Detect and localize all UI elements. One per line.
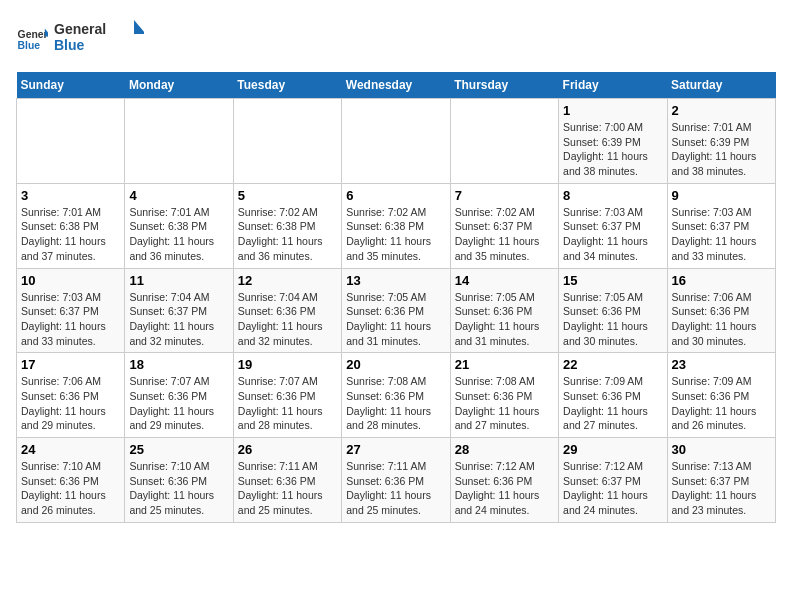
- day-cell: 8Sunrise: 7:03 AM Sunset: 6:37 PM Daylig…: [559, 183, 667, 268]
- day-number: 15: [563, 273, 662, 288]
- day-cell: 30Sunrise: 7:13 AM Sunset: 6:37 PM Dayli…: [667, 438, 775, 523]
- day-cell: 25Sunrise: 7:10 AM Sunset: 6:36 PM Dayli…: [125, 438, 233, 523]
- day-number: 11: [129, 273, 228, 288]
- day-info: Sunrise: 7:11 AM Sunset: 6:36 PM Dayligh…: [346, 459, 445, 518]
- day-cell: 9Sunrise: 7:03 AM Sunset: 6:37 PM Daylig…: [667, 183, 775, 268]
- day-cell: 22Sunrise: 7:09 AM Sunset: 6:36 PM Dayli…: [559, 353, 667, 438]
- day-info: Sunrise: 7:02 AM Sunset: 6:38 PM Dayligh…: [346, 205, 445, 264]
- day-cell: 20Sunrise: 7:08 AM Sunset: 6:36 PM Dayli…: [342, 353, 450, 438]
- day-info: Sunrise: 7:12 AM Sunset: 6:37 PM Dayligh…: [563, 459, 662, 518]
- day-info: Sunrise: 7:01 AM Sunset: 6:39 PM Dayligh…: [672, 120, 771, 179]
- day-cell: 17Sunrise: 7:06 AM Sunset: 6:36 PM Dayli…: [17, 353, 125, 438]
- svg-text:General: General: [18, 29, 48, 40]
- day-cell: 6Sunrise: 7:02 AM Sunset: 6:38 PM Daylig…: [342, 183, 450, 268]
- week-row-2: 3Sunrise: 7:01 AM Sunset: 6:38 PM Daylig…: [17, 183, 776, 268]
- day-cell: 15Sunrise: 7:05 AM Sunset: 6:36 PM Dayli…: [559, 268, 667, 353]
- day-info: Sunrise: 7:08 AM Sunset: 6:36 PM Dayligh…: [346, 374, 445, 433]
- day-number: 27: [346, 442, 445, 457]
- calendar-table: SundayMondayTuesdayWednesdayThursdayFrid…: [16, 72, 776, 523]
- week-row-5: 24Sunrise: 7:10 AM Sunset: 6:36 PM Dayli…: [17, 438, 776, 523]
- day-cell: 24Sunrise: 7:10 AM Sunset: 6:36 PM Dayli…: [17, 438, 125, 523]
- day-number: 19: [238, 357, 337, 372]
- week-row-1: 1Sunrise: 7:00 AM Sunset: 6:39 PM Daylig…: [17, 99, 776, 184]
- day-cell: 28Sunrise: 7:12 AM Sunset: 6:36 PM Dayli…: [450, 438, 558, 523]
- day-info: Sunrise: 7:06 AM Sunset: 6:36 PM Dayligh…: [672, 290, 771, 349]
- day-info: Sunrise: 7:09 AM Sunset: 6:36 PM Dayligh…: [563, 374, 662, 433]
- day-number: 2: [672, 103, 771, 118]
- day-info: Sunrise: 7:11 AM Sunset: 6:36 PM Dayligh…: [238, 459, 337, 518]
- day-info: Sunrise: 7:05 AM Sunset: 6:36 PM Dayligh…: [346, 290, 445, 349]
- day-cell: 10Sunrise: 7:03 AM Sunset: 6:37 PM Dayli…: [17, 268, 125, 353]
- header-thursday: Thursday: [450, 72, 558, 99]
- day-number: 29: [563, 442, 662, 457]
- day-cell: [450, 99, 558, 184]
- day-info: Sunrise: 7:04 AM Sunset: 6:37 PM Dayligh…: [129, 290, 228, 349]
- logo: General Blue General Blue: [16, 16, 144, 60]
- day-number: 5: [238, 188, 337, 203]
- day-number: 10: [21, 273, 120, 288]
- day-info: Sunrise: 7:07 AM Sunset: 6:36 PM Dayligh…: [129, 374, 228, 433]
- day-number: 9: [672, 188, 771, 203]
- header-saturday: Saturday: [667, 72, 775, 99]
- day-info: Sunrise: 7:06 AM Sunset: 6:36 PM Dayligh…: [21, 374, 120, 433]
- day-cell: 3Sunrise: 7:01 AM Sunset: 6:38 PM Daylig…: [17, 183, 125, 268]
- svg-text:Blue: Blue: [18, 40, 41, 51]
- day-cell: [125, 99, 233, 184]
- day-number: 28: [455, 442, 554, 457]
- day-info: Sunrise: 7:08 AM Sunset: 6:36 PM Dayligh…: [455, 374, 554, 433]
- calendar-header-row: SundayMondayTuesdayWednesdayThursdayFrid…: [17, 72, 776, 99]
- day-number: 7: [455, 188, 554, 203]
- day-info: Sunrise: 7:02 AM Sunset: 6:37 PM Dayligh…: [455, 205, 554, 264]
- day-info: Sunrise: 7:09 AM Sunset: 6:36 PM Dayligh…: [672, 374, 771, 433]
- header-sunday: Sunday: [17, 72, 125, 99]
- svg-text:Blue: Blue: [54, 37, 85, 53]
- day-cell: 27Sunrise: 7:11 AM Sunset: 6:36 PM Dayli…: [342, 438, 450, 523]
- day-info: Sunrise: 7:03 AM Sunset: 6:37 PM Dayligh…: [563, 205, 662, 264]
- day-number: 12: [238, 273, 337, 288]
- day-cell: 12Sunrise: 7:04 AM Sunset: 6:36 PM Dayli…: [233, 268, 341, 353]
- logo-svg: General Blue: [54, 16, 144, 56]
- day-info: Sunrise: 7:07 AM Sunset: 6:36 PM Dayligh…: [238, 374, 337, 433]
- day-number: 13: [346, 273, 445, 288]
- day-info: Sunrise: 7:13 AM Sunset: 6:37 PM Dayligh…: [672, 459, 771, 518]
- week-row-3: 10Sunrise: 7:03 AM Sunset: 6:37 PM Dayli…: [17, 268, 776, 353]
- day-cell: 21Sunrise: 7:08 AM Sunset: 6:36 PM Dayli…: [450, 353, 558, 438]
- day-number: 20: [346, 357, 445, 372]
- day-number: 14: [455, 273, 554, 288]
- day-info: Sunrise: 7:10 AM Sunset: 6:36 PM Dayligh…: [21, 459, 120, 518]
- day-info: Sunrise: 7:02 AM Sunset: 6:38 PM Dayligh…: [238, 205, 337, 264]
- week-row-4: 17Sunrise: 7:06 AM Sunset: 6:36 PM Dayli…: [17, 353, 776, 438]
- day-number: 23: [672, 357, 771, 372]
- day-info: Sunrise: 7:01 AM Sunset: 6:38 PM Dayligh…: [129, 205, 228, 264]
- day-number: 21: [455, 357, 554, 372]
- day-cell: 7Sunrise: 7:02 AM Sunset: 6:37 PM Daylig…: [450, 183, 558, 268]
- logo-icon: General Blue: [16, 22, 48, 54]
- day-cell: [342, 99, 450, 184]
- day-info: Sunrise: 7:00 AM Sunset: 6:39 PM Dayligh…: [563, 120, 662, 179]
- svg-marker-5: [134, 20, 144, 34]
- day-number: 16: [672, 273, 771, 288]
- header-tuesday: Tuesday: [233, 72, 341, 99]
- day-cell: 11Sunrise: 7:04 AM Sunset: 6:37 PM Dayli…: [125, 268, 233, 353]
- svg-text:General: General: [54, 21, 106, 37]
- day-cell: 18Sunrise: 7:07 AM Sunset: 6:36 PM Dayli…: [125, 353, 233, 438]
- day-cell: 2Sunrise: 7:01 AM Sunset: 6:39 PM Daylig…: [667, 99, 775, 184]
- day-cell: 26Sunrise: 7:11 AM Sunset: 6:36 PM Dayli…: [233, 438, 341, 523]
- day-number: 8: [563, 188, 662, 203]
- day-number: 1: [563, 103, 662, 118]
- day-number: 3: [21, 188, 120, 203]
- day-number: 25: [129, 442, 228, 457]
- page-header: General Blue General Blue: [16, 16, 776, 60]
- day-cell: [233, 99, 341, 184]
- day-cell: 23Sunrise: 7:09 AM Sunset: 6:36 PM Dayli…: [667, 353, 775, 438]
- day-info: Sunrise: 7:05 AM Sunset: 6:36 PM Dayligh…: [563, 290, 662, 349]
- day-cell: 14Sunrise: 7:05 AM Sunset: 6:36 PM Dayli…: [450, 268, 558, 353]
- day-info: Sunrise: 7:12 AM Sunset: 6:36 PM Dayligh…: [455, 459, 554, 518]
- day-cell: 13Sunrise: 7:05 AM Sunset: 6:36 PM Dayli…: [342, 268, 450, 353]
- day-number: 26: [238, 442, 337, 457]
- day-cell: 16Sunrise: 7:06 AM Sunset: 6:36 PM Dayli…: [667, 268, 775, 353]
- day-info: Sunrise: 7:04 AM Sunset: 6:36 PM Dayligh…: [238, 290, 337, 349]
- day-info: Sunrise: 7:03 AM Sunset: 6:37 PM Dayligh…: [672, 205, 771, 264]
- day-info: Sunrise: 7:03 AM Sunset: 6:37 PM Dayligh…: [21, 290, 120, 349]
- day-cell: 29Sunrise: 7:12 AM Sunset: 6:37 PM Dayli…: [559, 438, 667, 523]
